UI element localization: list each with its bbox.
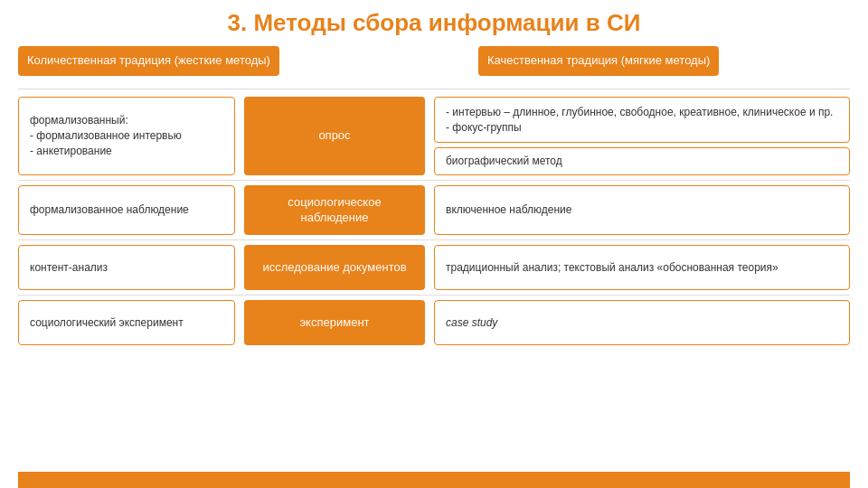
header-right: Качественная традиция (мягкие методы) — [478, 46, 719, 76]
row-3: контент-анализ исследование документов т… — [18, 245, 850, 290]
bottom-bar — [18, 472, 850, 488]
left-box-2: формализованное наблюдение — [18, 185, 235, 235]
page: 3. Методы сбора информации в СИ Количест… — [0, 0, 868, 488]
center-box-4: эксперимент — [244, 300, 425, 345]
row-2: формализованное наблюдение социологическ… — [18, 185, 850, 235]
center-box-1: опрос — [244, 97, 425, 175]
right-box-top-1: - интервью – длинное, глубинное, свободн… — [434, 97, 850, 144]
left-box-1: формализованный: - формализованное интер… — [18, 97, 235, 175]
left-text-1: формализованный: - формализованное интер… — [30, 114, 182, 157]
divider-1 — [18, 180, 850, 181]
left-box-3: контент-анализ — [18, 245, 235, 290]
row-1: формализованный: - формализованное интер… — [18, 97, 850, 175]
right-stack-1: - интервью – длинное, глубинное, свободн… — [434, 97, 850, 175]
row-4: социологический эксперимент эксперимент … — [18, 300, 850, 345]
right-text-top-1: - интервью – длинное, глубинное, свободн… — [446, 106, 833, 134]
right-box-2: включенное наблюдение — [434, 185, 850, 235]
right-box-bottom-1: биографический метод — [434, 147, 850, 175]
right-box-3: традиционный анализ; текстовый анализ «о… — [434, 245, 850, 290]
divider-top — [18, 89, 850, 89]
center-box-2: социологическое наблюдение — [244, 185, 425, 235]
header-left: Количественная традиция (жесткие методы) — [18, 46, 279, 76]
divider-2 — [18, 239, 850, 240]
right-box-4: case study — [434, 300, 850, 345]
divider-3 — [18, 295, 850, 296]
page-title: 3. Методы сбора информации в СИ — [18, 9, 850, 37]
left-box-4: социологический эксперимент — [18, 300, 235, 345]
center-box-3: исследование документов — [244, 245, 425, 290]
